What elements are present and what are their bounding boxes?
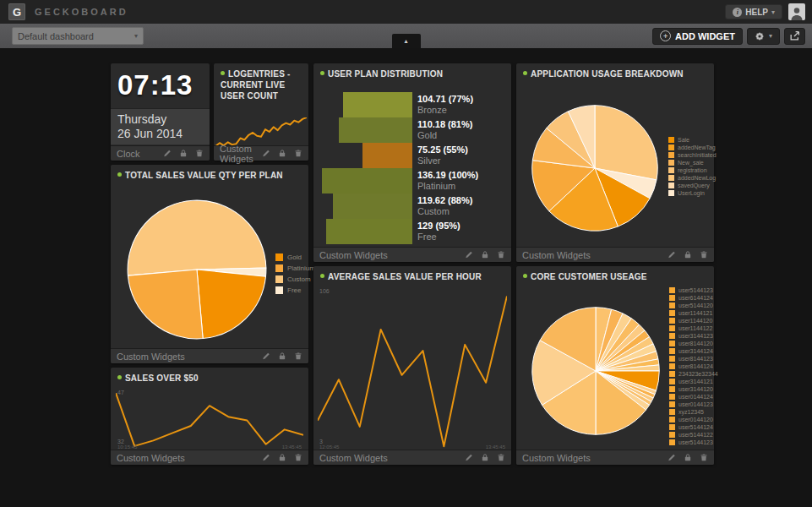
widget-title: APPLICATION USAGE BREAKDOWN xyxy=(516,63,714,83)
widget-type-label: Clock xyxy=(117,149,140,159)
average-sales-line-chart xyxy=(318,292,507,448)
legend-swatch xyxy=(668,144,674,150)
legend-item-user5144122: user5144122 xyxy=(669,432,718,438)
geckoboard-logo[interactable]: G xyxy=(8,3,25,20)
trash-icon[interactable] xyxy=(700,250,708,259)
lock-icon[interactable] xyxy=(278,453,286,462)
total-sales-pie-chart xyxy=(124,197,270,342)
legend-item-user8144123: user8144123 xyxy=(669,356,718,362)
trash-icon[interactable] xyxy=(294,453,302,462)
lock-icon[interactable] xyxy=(684,453,692,462)
bar-value: 110.18 (81%) xyxy=(417,119,472,130)
legend-item-user5144123: user5144123 xyxy=(669,287,718,293)
bar-value: 136.19 (100%) xyxy=(417,170,478,181)
lock-icon[interactable] xyxy=(684,250,692,259)
legend-item-user0144120: user0144120 xyxy=(669,417,718,422)
widget-type-label: Custom Widgets xyxy=(117,352,185,362)
help-button[interactable]: i HELP ▾ xyxy=(725,4,782,19)
add-widget-label: ADD WIDGET xyxy=(675,31,735,41)
trash-icon[interactable] xyxy=(497,250,505,259)
legend-item-UserLogin: UserLogin xyxy=(668,190,717,196)
legend-label: user0144120 xyxy=(678,417,713,422)
legend-item-user3144123: user3144123 xyxy=(669,333,718,339)
widget-footer: Custom Widgets xyxy=(111,450,308,465)
legend-label: user3144124 xyxy=(678,348,713,354)
pencil-icon[interactable] xyxy=(262,149,270,158)
trash-icon[interactable] xyxy=(294,149,302,158)
trash-icon[interactable] xyxy=(497,453,505,462)
caret-down-icon: ▾ xyxy=(769,32,772,40)
legend-item-user5144124: user5144124 xyxy=(669,424,718,430)
bar-row-Free: 129 (95%)Free xyxy=(322,219,504,244)
y-max-label: 106 xyxy=(319,288,330,294)
lock-icon[interactable] xyxy=(278,352,286,361)
lock-icon[interactable] xyxy=(179,149,188,158)
legend-label: user6144124 xyxy=(678,295,713,301)
legend-label: user3144123 xyxy=(678,333,713,339)
widget-title: CORE CUSTOMER USEAGE xyxy=(516,266,714,286)
collapse-toolbar-tab[interactable]: ▴ xyxy=(392,34,421,48)
legend-label: Sale xyxy=(678,137,689,143)
trash-icon[interactable] xyxy=(700,453,708,462)
dashboard-selector[interactable]: Default dashboard ▾ xyxy=(12,27,144,45)
pencil-icon[interactable] xyxy=(163,149,172,158)
pencil-icon[interactable] xyxy=(465,250,473,259)
legend-label: user5144120 xyxy=(678,303,713,308)
pencil-icon[interactable] xyxy=(668,250,676,259)
trash-icon[interactable] xyxy=(195,149,204,158)
bar-value: 119.62 (88%) xyxy=(417,195,472,206)
legend-label: UserLogin xyxy=(678,190,705,196)
bar-row-Platinium: 136.19 (100%)Platinium xyxy=(322,168,504,194)
pencil-icon[interactable] xyxy=(668,453,676,462)
user-avatar-icon[interactable] xyxy=(788,3,805,20)
widget-sales-over-50: SALES OVER $50 47 32 10:15:45 13:45:45 C… xyxy=(111,368,308,465)
pie-slice-addedNewLog xyxy=(595,106,657,180)
line-series xyxy=(116,393,303,446)
lock-icon[interactable] xyxy=(278,149,286,158)
legend-label: Platinium xyxy=(287,264,315,272)
pencil-icon[interactable] xyxy=(465,453,473,462)
clock-date: Thursday 26 Jun 2014 xyxy=(111,108,210,144)
pencil-icon[interactable] xyxy=(262,352,270,361)
legend-swatch xyxy=(668,175,674,181)
legend-label: user1144120 xyxy=(678,318,712,324)
legend-swatch xyxy=(668,190,674,196)
lock-icon[interactable] xyxy=(481,453,489,462)
bar-label: Free xyxy=(417,232,460,243)
lock-icon[interactable] xyxy=(481,250,489,259)
widget-type-label: Custom Widgets xyxy=(220,144,262,164)
add-widget-button[interactable]: + ADD WIDGET xyxy=(652,28,743,45)
legend-swatch xyxy=(669,401,675,407)
legend-item-Custom: Custom xyxy=(275,275,315,283)
widget-user-plan-distribution: USER PLAN DISTRIBUTION 104.71 (77%)Bronz… xyxy=(313,63,511,262)
settings-button[interactable]: ▾ xyxy=(747,28,780,45)
pencil-icon[interactable] xyxy=(262,453,270,462)
pie-slice-Custom xyxy=(128,200,266,275)
clock-day: Thursday xyxy=(117,112,203,127)
bar-Gold xyxy=(339,117,412,143)
legend-label: Gold xyxy=(287,254,302,261)
widget-type-label: Custom Widgets xyxy=(319,250,388,260)
logentries-line-chart xyxy=(215,117,307,146)
legend-item-234323e32344: 234323e32344 xyxy=(669,371,718,377)
share-icon xyxy=(789,30,800,41)
help-label: HELP xyxy=(745,8,768,17)
legend-item-user0144123: user0144123 xyxy=(669,401,718,407)
trash-icon[interactable] xyxy=(294,352,302,361)
legend-item-user1144122: user1144122 xyxy=(669,325,718,331)
line-series xyxy=(215,117,307,146)
bar-Platinium xyxy=(322,168,412,194)
widget-type-label: Custom Widgets xyxy=(522,250,591,260)
legend-swatch xyxy=(668,160,674,166)
legend-swatch xyxy=(669,318,675,324)
legend-item-Sale: Sale xyxy=(668,137,717,143)
legend-swatch xyxy=(275,275,283,283)
legend-label: savedQuery xyxy=(678,183,710,188)
legend-label: user1144122 xyxy=(678,325,712,331)
widget-title: TOTAL SALES VALUE QTY PER PLAN xyxy=(111,165,308,184)
bar-label: Platinium xyxy=(417,181,478,192)
widget-core-customer-usage: CORE CUSTOMER USEAGE user5144123user6144… xyxy=(516,266,714,465)
widget-type-label: Custom Widgets xyxy=(522,453,591,463)
legend-item-New_sale: New_sale xyxy=(668,160,717,166)
share-button[interactable] xyxy=(784,28,805,45)
